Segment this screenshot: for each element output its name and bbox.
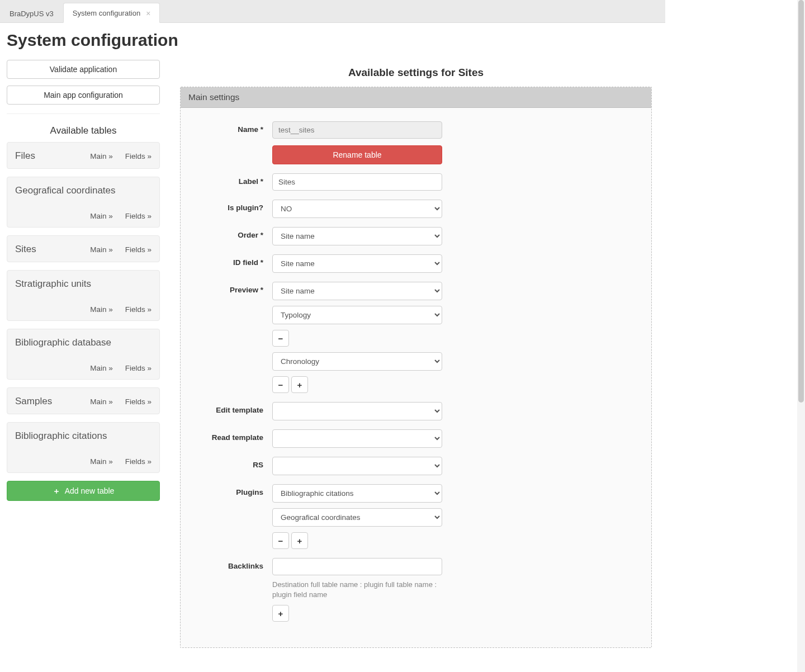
name-input — [272, 121, 442, 139]
add-new-table-label: Add new table — [65, 486, 115, 495]
available-tables-heading: Available tables — [7, 125, 160, 136]
backlinks-input[interactable] — [272, 558, 442, 575]
preview-select-1[interactable]: Site name — [272, 282, 442, 300]
label-label: Label * — [205, 173, 272, 186]
id-field-label: ID field * — [205, 254, 272, 267]
remove-preview-button[interactable]: − — [272, 330, 289, 347]
scrollbar-vertical[interactable] — [797, 0, 805, 665]
label-input[interactable] — [272, 173, 442, 191]
available-settings-heading: Available settings for Sites — [180, 67, 652, 79]
table-main-link[interactable]: Main » — [90, 152, 113, 160]
rs-select[interactable] — [272, 457, 442, 475]
table-card-files: Files Main » Fields » — [7, 142, 160, 169]
divider — [7, 113, 160, 114]
table-card-title: Files — [15, 150, 35, 162]
id-field-select[interactable]: Site name — [272, 254, 442, 273]
table-card-title: Samples — [15, 396, 52, 407]
table-card-geocoords: Geografical coordinates Main » Fields » — [7, 177, 160, 228]
table-main-link[interactable]: Main » — [90, 397, 113, 406]
table-card-sites: Sites Main » Fields » — [7, 235, 160, 262]
preview-label: Preview * — [205, 282, 272, 294]
backlinks-helper: Destination full table name : plugin ful… — [272, 580, 442, 599]
tab-bar: BraDypUS v3 System configuration × — [0, 0, 665, 23]
close-icon[interactable]: × — [146, 10, 150, 17]
tab-label: System configuration — [73, 9, 140, 17]
table-fields-link[interactable]: Fields » — [125, 364, 151, 372]
add-new-table-button[interactable]: ＋ Add new table — [7, 481, 160, 501]
remove-plugin-button[interactable]: − — [272, 532, 289, 549]
backlinks-label: Backlinks — [205, 558, 272, 570]
table-card-bibliocite: Bibliographic citations Main » Fields » — [7, 422, 160, 473]
table-card-stratigraphic: Stratigraphic units Main » Fields » — [7, 270, 160, 321]
panel-heading: Main settings — [181, 87, 651, 108]
plugin-select-1[interactable]: Bibliographic citations — [272, 484, 442, 503]
plugins-label: Plugins — [205, 484, 272, 496]
table-card-title: Sites — [15, 244, 36, 255]
table-fields-link[interactable]: Fields » — [125, 212, 151, 220]
tab-label: BraDypUS v3 — [10, 10, 54, 18]
table-card-bibliodb: Bibliographic database Main » Fields » — [7, 329, 160, 380]
plus-icon: ＋ — [53, 487, 60, 495]
is-plugin-select[interactable]: NO — [272, 200, 442, 218]
is-plugin-label: Is plugin? — [205, 200, 272, 212]
table-fields-link[interactable]: Fields » — [125, 245, 151, 254]
tab-system-configuration[interactable]: System configuration × — [63, 3, 160, 23]
edit-template-label: Edit template — [205, 402, 272, 414]
table-card-title: Bibliographic database — [15, 337, 151, 348]
table-card-title: Stratigraphic units — [15, 278, 151, 290]
order-select[interactable]: Site name — [272, 227, 442, 245]
preview-select-2[interactable]: Typology — [272, 306, 442, 324]
table-main-link[interactable]: Main » — [90, 305, 113, 314]
preview-select-3[interactable]: Chronology — [272, 352, 442, 371]
table-fields-link[interactable]: Fields » — [125, 397, 151, 406]
table-main-link[interactable]: Main » — [90, 212, 113, 220]
table-fields-link[interactable]: Fields » — [125, 305, 151, 314]
table-card-samples: Samples Main » Fields » — [7, 387, 160, 414]
table-main-link[interactable]: Main » — [90, 245, 113, 254]
read-template-label: Read template — [205, 429, 272, 442]
table-main-link[interactable]: Main » — [90, 364, 113, 372]
table-fields-link[interactable]: Fields » — [125, 457, 151, 466]
tab-bradypus[interactable]: BraDypUS v3 — [0, 3, 63, 23]
plugin-select-2[interactable]: Geografical coordinates — [272, 508, 442, 527]
order-label: Order * — [205, 227, 272, 239]
scrollbar-thumb[interactable] — [798, 0, 804, 403]
page-title: System configuration — [7, 31, 665, 50]
add-plugin-button[interactable]: + — [291, 532, 308, 549]
validate-application-button[interactable]: Validate application — [7, 60, 160, 79]
rs-label: RS — [205, 457, 272, 469]
table-card-title: Bibliographic citations — [15, 430, 151, 442]
add-preview-button[interactable]: + — [291, 376, 308, 393]
name-label: Name * — [205, 121, 272, 134]
table-fields-link[interactable]: Fields » — [125, 152, 151, 160]
main-settings-panel: Main settings Name * Rename table Label … — [180, 87, 652, 648]
edit-template-select[interactable] — [272, 402, 442, 420]
add-backlinks-button[interactable]: + — [272, 605, 289, 622]
main-app-configuration-button[interactable]: Main app configuration — [7, 86, 160, 105]
rename-table-button[interactable]: Rename table — [272, 145, 442, 164]
read-template-select[interactable] — [272, 429, 442, 448]
table-main-link[interactable]: Main » — [90, 457, 113, 466]
remove-preview-button[interactable]: − — [272, 376, 289, 393]
table-card-title: Geografical coordinates — [15, 185, 151, 196]
